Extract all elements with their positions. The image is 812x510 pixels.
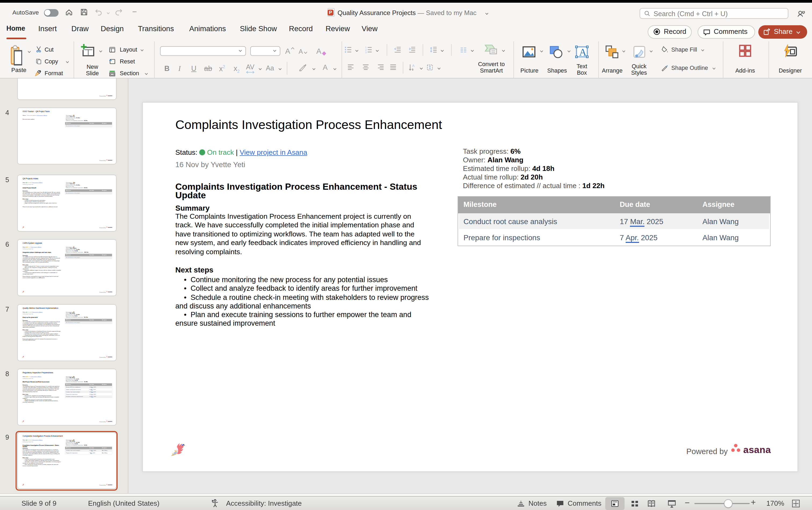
svg-text:A: A xyxy=(579,47,587,57)
svg-text:A: A xyxy=(412,63,415,67)
svg-text:3: 3 xyxy=(365,51,366,54)
